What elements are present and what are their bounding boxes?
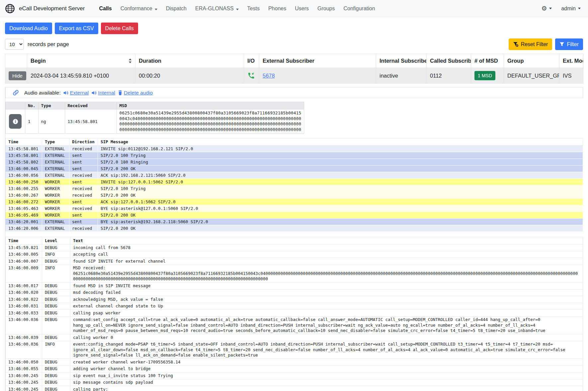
download-audio-button[interactable]: Download Audio [5,23,52,34]
log-level: INFO [42,341,70,359]
sip-cell: ACK sip:192.168.2.121:5060 SIP/2.0 [98,172,583,179]
sip-col-time: Time [6,138,42,146]
sip-row: 13:46:05.469WORKERsentSIP/2.0 200 OK [6,212,583,219]
log-row: 13:46:00.245DEBUGsip event nua_i_invite … [6,372,583,379]
log-level: DEBUG [42,244,70,251]
log-level: DEBUG [42,379,70,386]
log-time: 13:46:00.039 [6,334,42,341]
log-time: 13:46:00.245 [6,386,42,391]
filter-button[interactable]: Filter [555,38,583,50]
delete-audio-link[interactable]: Delete audio [118,90,153,96]
log-row: 13:46:00.033DEBUGcalling psap worker [6,310,583,317]
msd-col-detail [6,102,25,109]
sip-cell: sent [69,179,98,185]
sip-cell: sent [69,152,98,159]
log-text: command:set_config accept_call=true al_a… [70,316,583,334]
call-duration: 00:00:20 [135,68,244,84]
log-level: DEBUG [42,386,70,391]
log-level: DEBUG [42,283,70,290]
sip-cell: sent [69,219,98,225]
log-level: DEBUG [42,365,70,372]
col-internal-subscriber[interactable]: Internal Subscriber [376,54,427,68]
incoming-call-icon [247,72,256,79]
msd-col-msd: MSD [117,102,304,109]
log-time: 13:45:59.821 [6,244,42,251]
records-per-page-select[interactable]: 10 [5,39,24,50]
sip-row: 13:45:58.801EXTERNALsentSIP/2.0 100 Tryi… [6,152,583,159]
sip-row: 13:46:00.267WORKERreceivedSIP/2.0 200 OK [6,192,583,199]
chevron-down-icon [549,8,552,9]
funnel-slash-icon [513,41,519,47]
sort-icon[interactable] [128,58,132,63]
msd-info-button[interactable] [9,114,22,129]
sip-row: 13:45:58.801EXTERNALreceivedINVITE sip:0… [6,146,583,152]
col-ext-mode[interactable]: Ext. Mode [559,54,583,68]
sip-cell: WORKER [42,212,69,219]
reset-filter-button[interactable]: Reset Filter [509,38,552,50]
user-menu[interactable]: admin [561,6,581,12]
audio-external-link[interactable]: External [63,90,89,96]
log-time: 13:46:00.017 [6,283,42,290]
sip-cell: 13:46:05.463 [6,205,42,212]
sip-cell: EXTERNAL [42,152,69,159]
sip-cell: 13:46:00.045 [6,165,42,172]
log-row: 13:45:59.821DEBUGincoming call from 5678 [6,244,583,251]
sip-cell: SIP/2.0 200 OK [98,225,583,232]
nav-item-groups[interactable]: Groups [313,3,339,14]
user-menu-label: admin [561,6,576,12]
sip-cell: sent [69,199,98,205]
col-io[interactable]: I/O [244,54,259,68]
log-row: 13:46:00.050DEBUGcreated worker channel … [6,359,583,366]
nav-item-users[interactable]: Users [291,3,313,14]
nav-item-calls[interactable]: Calls [95,3,116,14]
log-time: 13:46:00.050 [6,359,42,366]
msd-col-type: Type [38,102,65,109]
msd-col-no: No. [25,102,39,109]
sip-col-direction: Direction [69,138,98,146]
sip-cell: EXTERNAL [42,225,69,232]
col-called-subscriber[interactable]: Called Subscriber [427,54,471,68]
nav-item-phones[interactable]: Phones [264,3,291,14]
chevron-down-icon [236,9,239,10]
col-external-subscriber[interactable]: External Subscriber [259,54,376,68]
settings-menu[interactable]: ⚙ [541,5,552,12]
log-row: 13:46:00.036INFOevent:config_changed mod… [6,341,583,359]
reset-filter-label: Reset Filter [521,41,548,47]
hide-detail-button[interactable]: Hide [9,71,26,80]
col-begin[interactable]: Begin [27,54,135,68]
external-subscriber-link[interactable]: 5678 [263,73,275,79]
sip-cell: sent [69,159,98,165]
app-brand: eCall Development Server [4,3,85,14]
sip-cell: WORKER [42,179,69,185]
audio-internal-link[interactable]: Internal [91,90,115,96]
nav-item-configuration[interactable]: Configuration [339,3,379,14]
col-msd-count[interactable]: # of MSD [471,54,504,68]
log-text: external channel changed state to Up [70,303,583,310]
log-time: 13:46:00.245 [6,372,42,379]
sip-row: 13:45:58.802EXTERNALsentSIP/2.0 180 Ring… [6,159,583,165]
nav-item-era-glonass[interactable]: ERA-GLONASS [191,3,243,14]
log-level: DEBUG [42,310,70,317]
call-ext-mode: IVS [559,68,583,84]
nav-item-dispatch[interactable]: Dispatch [162,3,191,14]
log-level: DEBUG [42,334,70,341]
sip-cell: 13:46:20.001 [6,219,42,225]
sip-cell: 13:46:20.006 [6,225,42,232]
export-csv-button[interactable]: Export as CSV [55,23,98,34]
sip-row: 13:46:00.056EXTERNALreceivedACK sip:192.… [6,172,583,179]
nav-item-tests[interactable]: Tests [243,3,264,14]
col-group[interactable]: Group [504,54,559,68]
sip-cell: 13:46:00.250 [6,179,42,185]
nav-item-conformance[interactable]: Conformance [116,3,162,14]
sip-cell: WORKER [42,192,69,199]
col-duration[interactable]: Duration [135,54,244,68]
chevron-down-icon [578,8,581,9]
sip-cell: WORKER [42,205,69,212]
sip-col-message: SIP Message [98,138,583,146]
log-text: found MSD in SIP INVITE message [70,283,583,290]
call-detail-section: Audio available: External Internal Delet… [5,87,583,391]
audio-internal-label: Internal [98,90,115,96]
msd-no: 1 [25,109,39,134]
sip-cell: 13:46:00.267 [6,192,42,199]
delete-calls-button[interactable]: Delete Calls [101,23,138,34]
